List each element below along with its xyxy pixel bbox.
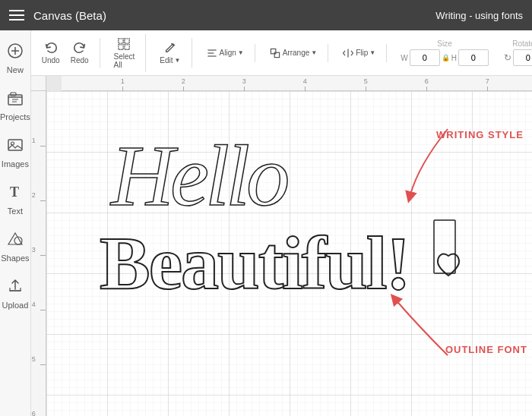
rotate-control: Rotate ↻ [499,38,532,68]
flip-label: Flip [356,49,368,57]
rotate-input[interactable] [513,49,532,66]
text-icon: T [7,184,24,204]
ruler-corner [31,76,46,91]
svg-text:Hello: Hello [109,128,288,224]
sidebar-label-images: Images [2,159,29,169]
sidebar-item-images[interactable]: Images [0,131,30,175]
upload-icon [7,278,24,298]
align-group: Align ▼ [201,44,255,62]
arrange-label: Arrange [283,49,310,57]
svg-text:T: T [10,184,19,200]
lock-icon: 🔒 [442,54,450,61]
svg-rect-4 [11,93,16,96]
flip-chevron-icon: ▼ [369,49,375,56]
ruler-top: 12345678 [62,76,532,91]
redo-button[interactable]: Redo [66,38,93,68]
height-input[interactable] [458,49,489,66]
rotate-row: ↻ [504,49,532,66]
sidebar-item-upload[interactable]: Upload [0,272,30,316]
sidebar-label-text: Text [8,206,23,216]
arrange-group: Arrange ▼ [264,44,329,62]
undo-button[interactable]: Undo [37,38,65,68]
header-left: Canvas (Beta) [9,9,106,22]
sidebar-label-new: New [7,65,24,74]
project-info: Writing - using fonts [435,10,523,21]
svg-rect-7 [8,140,22,150]
sidebar-label-upload: Upload [2,301,28,310]
select-all-group: Select All [109,34,147,72]
images-icon [7,137,24,157]
toolbar: Undo Redo [31,30,532,76]
sidebar-label-shapes: Shapes [1,254,29,263]
sidebar: New Projects Ima [0,30,31,416]
align-dropdown[interactable]: Align ▼ [201,44,249,62]
grid-canvas[interactable]: Hello Beautiful! WRITING STYLE [46,91,532,416]
svg-rect-13 [125,38,129,43]
svg-rect-14 [119,44,123,49]
flip-group: Flip ▼ [337,44,387,62]
header: Canvas (Beta) Writing - using fonts [0,0,532,30]
sidebar-label-projects: Projects [0,112,30,121]
writing-style-arrow [379,121,531,220]
svg-rect-25 [434,220,455,273]
hamburger-menu-icon[interactable] [9,10,24,20]
main-layout: New Projects Ima [0,30,532,416]
arrange-dropdown[interactable]: Arrange ▼ [264,44,322,62]
size-wh-row: W 🔒 H [401,49,489,66]
canvas-body: 123456 [31,91,532,416]
size-control: Size W 🔒 H [396,38,493,68]
width-input[interactable] [410,49,440,66]
sidebar-item-shapes[interactable]: Shapes [0,225,30,269]
rotate-icon: ↻ [504,52,511,63]
outline-font-arrow [372,279,532,370]
flip-dropdown[interactable]: Flip ▼ [337,44,380,62]
edit-button[interactable]: Edit ▼ [155,38,185,68]
svg-rect-15 [125,44,129,49]
w-label: W [401,54,407,62]
svg-point-8 [11,142,14,145]
edit-chevron-icon: ▼ [175,57,181,64]
ruler-left: 123456 [31,91,46,416]
right-panel: Undo Redo [31,30,532,416]
sidebar-item-text[interactable]: T Text [0,178,30,222]
new-icon [7,43,24,63]
svg-rect-20 [274,52,279,57]
shapes-icon [7,231,24,251]
canvas-area[interactable]: 12345678 123456 [31,76,532,416]
sidebar-item-new[interactable]: New [0,36,30,80]
undo-redo-group: Undo Redo [37,38,100,68]
align-label: Align [220,49,236,57]
align-chevron-icon: ▼ [238,49,244,56]
edit-group: Edit ▼ [155,38,192,68]
arrange-chevron-icon: ▼ [311,49,317,56]
svg-rect-12 [119,38,123,43]
svg-text:Beautiful!: Beautiful! [100,221,410,305]
svg-rect-19 [271,49,275,53]
app-title: Canvas (Beta) [33,9,106,22]
projects-icon [7,90,24,110]
h-label: H [451,54,457,62]
select-all-button[interactable]: Select All [109,34,140,72]
sidebar-item-projects[interactable]: Projects [0,84,30,128]
